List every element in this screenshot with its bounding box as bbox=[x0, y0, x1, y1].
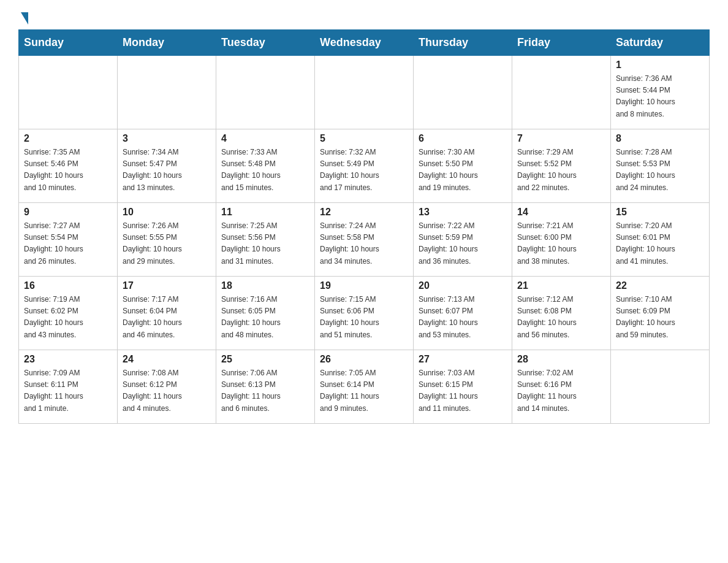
calendar-week-1: 1Sunrise: 7:36 AMSunset: 5:44 PMDaylight… bbox=[19, 56, 710, 129]
day-number: 11 bbox=[221, 207, 309, 218]
day-info: Sunrise: 7:34 AMSunset: 5:47 PMDaylight:… bbox=[123, 147, 211, 194]
calendar-cell: 18Sunrise: 7:16 AMSunset: 6:05 PMDayligh… bbox=[216, 277, 315, 350]
calendar-cell: 17Sunrise: 7:17 AMSunset: 6:04 PMDayligh… bbox=[118, 277, 216, 350]
day-info: Sunrise: 7:25 AMSunset: 5:56 PMDaylight:… bbox=[221, 220, 309, 267]
day-number: 14 bbox=[517, 207, 605, 218]
day-info: Sunrise: 7:05 AMSunset: 6:14 PMDaylight:… bbox=[320, 367, 408, 415]
calendar-cell bbox=[315, 56, 414, 129]
day-number: 6 bbox=[419, 133, 507, 144]
day-number: 21 bbox=[517, 280, 605, 291]
calendar-cell bbox=[19, 56, 118, 129]
calendar-week-5: 23Sunrise: 7:09 AMSunset: 6:11 PMDayligh… bbox=[19, 350, 710, 424]
calendar-cell: 2Sunrise: 7:35 AMSunset: 5:46 PMDaylight… bbox=[19, 129, 118, 203]
day-number: 25 bbox=[221, 354, 309, 365]
day-info: Sunrise: 7:16 AMSunset: 6:05 PMDaylight:… bbox=[221, 294, 309, 341]
day-number: 2 bbox=[24, 133, 112, 144]
day-info: Sunrise: 7:02 AMSunset: 6:16 PMDaylight:… bbox=[517, 367, 605, 415]
weekday-header-friday: Friday bbox=[512, 30, 611, 56]
calendar-cell: 25Sunrise: 7:06 AMSunset: 6:13 PMDayligh… bbox=[216, 350, 315, 424]
day-number: 20 bbox=[419, 280, 507, 291]
day-info: Sunrise: 7:12 AMSunset: 6:08 PMDaylight:… bbox=[517, 294, 605, 341]
day-number: 22 bbox=[616, 280, 704, 291]
day-info: Sunrise: 7:17 AMSunset: 6:04 PMDaylight:… bbox=[123, 294, 211, 341]
calendar-cell: 23Sunrise: 7:09 AMSunset: 6:11 PMDayligh… bbox=[19, 350, 118, 424]
day-number: 9 bbox=[24, 207, 112, 218]
calendar-cell: 26Sunrise: 7:05 AMSunset: 6:14 PMDayligh… bbox=[315, 350, 414, 424]
day-info: Sunrise: 7:10 AMSunset: 6:09 PMDaylight:… bbox=[616, 294, 704, 341]
calendar-cell: 28Sunrise: 7:02 AMSunset: 6:16 PMDayligh… bbox=[512, 350, 611, 424]
day-number: 24 bbox=[123, 354, 211, 365]
logo bbox=[18, 12, 28, 23]
calendar-week-4: 16Sunrise: 7:19 AMSunset: 6:02 PMDayligh… bbox=[19, 277, 710, 350]
day-info: Sunrise: 7:03 AMSunset: 6:15 PMDaylight:… bbox=[419, 367, 507, 415]
calendar-cell: 24Sunrise: 7:08 AMSunset: 6:12 PMDayligh… bbox=[118, 350, 216, 424]
calendar-cell: 22Sunrise: 7:10 AMSunset: 6:09 PMDayligh… bbox=[611, 277, 710, 350]
day-info: Sunrise: 7:24 AMSunset: 5:58 PMDaylight:… bbox=[320, 220, 408, 267]
calendar-cell bbox=[118, 56, 216, 129]
calendar-cell bbox=[512, 56, 611, 129]
calendar-cell: 16Sunrise: 7:19 AMSunset: 6:02 PMDayligh… bbox=[19, 277, 118, 350]
calendar-cell bbox=[611, 350, 710, 424]
day-number: 28 bbox=[517, 354, 605, 365]
weekday-header-sunday: Sunday bbox=[19, 30, 118, 56]
day-number: 8 bbox=[616, 133, 704, 144]
day-info: Sunrise: 7:20 AMSunset: 6:01 PMDaylight:… bbox=[616, 220, 704, 267]
day-info: Sunrise: 7:35 AMSunset: 5:46 PMDaylight:… bbox=[24, 147, 112, 194]
day-info: Sunrise: 7:32 AMSunset: 5:49 PMDaylight:… bbox=[320, 147, 408, 194]
day-info: Sunrise: 7:13 AMSunset: 6:07 PMDaylight:… bbox=[419, 294, 507, 341]
calendar-cell: 4Sunrise: 7:33 AMSunset: 5:48 PMDaylight… bbox=[216, 129, 315, 203]
day-number: 13 bbox=[419, 207, 507, 218]
day-number: 19 bbox=[320, 280, 408, 291]
day-number: 4 bbox=[221, 133, 309, 144]
calendar-cell: 8Sunrise: 7:28 AMSunset: 5:53 PMDaylight… bbox=[611, 129, 710, 203]
weekday-header-wednesday: Wednesday bbox=[315, 30, 414, 56]
day-number: 7 bbox=[517, 133, 605, 144]
calendar-cell bbox=[414, 56, 512, 129]
calendar-cell: 10Sunrise: 7:26 AMSunset: 5:55 PMDayligh… bbox=[118, 203, 216, 277]
calendar-week-3: 9Sunrise: 7:27 AMSunset: 5:54 PMDaylight… bbox=[19, 203, 710, 277]
logo-arrow-icon bbox=[21, 12, 28, 25]
day-info: Sunrise: 7:22 AMSunset: 5:59 PMDaylight:… bbox=[419, 220, 507, 267]
weekday-header-thursday: Thursday bbox=[414, 30, 512, 56]
day-number: 15 bbox=[616, 207, 704, 218]
calendar-cell: 9Sunrise: 7:27 AMSunset: 5:54 PMDaylight… bbox=[19, 203, 118, 277]
day-number: 5 bbox=[320, 133, 408, 144]
day-number: 18 bbox=[221, 280, 309, 291]
day-info: Sunrise: 7:36 AMSunset: 5:44 PMDaylight:… bbox=[616, 73, 704, 120]
calendar-cell: 14Sunrise: 7:21 AMSunset: 6:00 PMDayligh… bbox=[512, 203, 611, 277]
calendar-week-2: 2Sunrise: 7:35 AMSunset: 5:46 PMDaylight… bbox=[19, 129, 710, 203]
weekday-header-saturday: Saturday bbox=[611, 30, 710, 56]
calendar-table: SundayMondayTuesdayWednesdayThursdayFrid… bbox=[18, 29, 710, 424]
day-number: 3 bbox=[123, 133, 211, 144]
calendar-cell: 20Sunrise: 7:13 AMSunset: 6:07 PMDayligh… bbox=[414, 277, 512, 350]
calendar-cell: 1Sunrise: 7:36 AMSunset: 5:44 PMDaylight… bbox=[611, 56, 710, 129]
calendar-cell: 3Sunrise: 7:34 AMSunset: 5:47 PMDaylight… bbox=[118, 129, 216, 203]
day-info: Sunrise: 7:06 AMSunset: 6:13 PMDaylight:… bbox=[221, 367, 309, 415]
weekday-header-tuesday: Tuesday bbox=[216, 30, 315, 56]
day-number: 17 bbox=[123, 280, 211, 291]
calendar-cell bbox=[216, 56, 315, 129]
day-number: 26 bbox=[320, 354, 408, 365]
calendar-cell: 12Sunrise: 7:24 AMSunset: 5:58 PMDayligh… bbox=[315, 203, 414, 277]
day-info: Sunrise: 7:29 AMSunset: 5:52 PMDaylight:… bbox=[517, 147, 605, 194]
calendar-cell: 13Sunrise: 7:22 AMSunset: 5:59 PMDayligh… bbox=[414, 203, 512, 277]
calendar-cell: 7Sunrise: 7:29 AMSunset: 5:52 PMDaylight… bbox=[512, 129, 611, 203]
day-number: 12 bbox=[320, 207, 408, 218]
day-info: Sunrise: 7:30 AMSunset: 5:50 PMDaylight:… bbox=[419, 147, 507, 194]
calendar-cell: 11Sunrise: 7:25 AMSunset: 5:56 PMDayligh… bbox=[216, 203, 315, 277]
day-number: 23 bbox=[24, 354, 112, 365]
day-info: Sunrise: 7:27 AMSunset: 5:54 PMDaylight:… bbox=[24, 220, 112, 267]
calendar-cell: 5Sunrise: 7:32 AMSunset: 5:49 PMDaylight… bbox=[315, 129, 414, 203]
day-info: Sunrise: 7:09 AMSunset: 6:11 PMDaylight:… bbox=[24, 367, 112, 415]
calendar-cell: 27Sunrise: 7:03 AMSunset: 6:15 PMDayligh… bbox=[414, 350, 512, 424]
calendar-cell: 21Sunrise: 7:12 AMSunset: 6:08 PMDayligh… bbox=[512, 277, 611, 350]
day-info: Sunrise: 7:15 AMSunset: 6:06 PMDaylight:… bbox=[320, 294, 408, 341]
calendar-header-row: SundayMondayTuesdayWednesdayThursdayFrid… bbox=[19, 30, 710, 56]
calendar-cell: 15Sunrise: 7:20 AMSunset: 6:01 PMDayligh… bbox=[611, 203, 710, 277]
day-info: Sunrise: 7:19 AMSunset: 6:02 PMDaylight:… bbox=[24, 294, 112, 341]
calendar-cell: 19Sunrise: 7:15 AMSunset: 6:06 PMDayligh… bbox=[315, 277, 414, 350]
day-info: Sunrise: 7:21 AMSunset: 6:00 PMDaylight:… bbox=[517, 220, 605, 267]
weekday-header-monday: Monday bbox=[118, 30, 216, 56]
day-number: 10 bbox=[123, 207, 211, 218]
day-info: Sunrise: 7:33 AMSunset: 5:48 PMDaylight:… bbox=[221, 147, 309, 194]
